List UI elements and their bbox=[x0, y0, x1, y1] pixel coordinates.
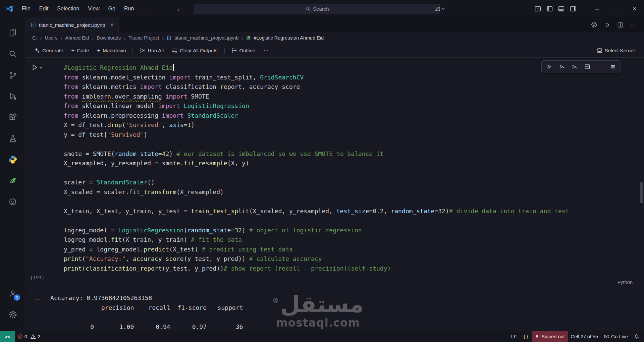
eol-indicator[interactable]: LF bbox=[508, 331, 520, 342]
code-line[interactable]: from sklearn.metrics import classificati… bbox=[64, 82, 637, 92]
code-line[interactable] bbox=[64, 197, 637, 207]
signed-out-status[interactable]: Signed out bbox=[532, 331, 568, 342]
add-markdown-button[interactable]: + Markdown bbox=[94, 46, 129, 56]
problems-indicator[interactable]: 0 2 bbox=[15, 331, 43, 342]
clear-all-outputs-button[interactable]: Clear All Outputs bbox=[168, 46, 221, 55]
leaf-icon[interactable] bbox=[5, 173, 21, 189]
scrollbar-thumb[interactable] bbox=[640, 182, 643, 203]
outline-button[interactable]: Outline bbox=[228, 46, 259, 55]
split-cell-icon[interactable] bbox=[581, 62, 593, 72]
run-dropdown-chevron-icon[interactable] bbox=[39, 66, 43, 70]
run-above-icon[interactable] bbox=[556, 62, 568, 72]
code-line[interactable] bbox=[64, 168, 637, 178]
code-line[interactable]: logreg_model.fit(X_train, y_train) # fit… bbox=[64, 235, 637, 245]
menu-overflow[interactable]: ⋯ bbox=[139, 4, 152, 14]
run-debug-icon[interactable] bbox=[5, 88, 21, 104]
breadcrumb-item[interactable]: Titanic Project bbox=[128, 35, 159, 41]
go-live-button[interactable]: Go Live bbox=[601, 331, 631, 342]
code-line[interactable]: X_resampled, y_resampled = smote.fit_res… bbox=[64, 159, 637, 168]
menu-run[interactable]: Run bbox=[120, 4, 138, 13]
notifications-bell-icon[interactable] bbox=[631, 331, 644, 342]
code-cell[interactable]: #Logistic Regression Ahmed Eidfrom sklea… bbox=[25, 58, 644, 290]
extension-icon[interactable] bbox=[5, 194, 21, 210]
run-by-line-icon[interactable] bbox=[543, 62, 555, 72]
notebook-settings-gear-icon[interactable] bbox=[591, 21, 597, 28]
code-line[interactable]: X_train, X_test, y_train, y_test = train… bbox=[64, 207, 637, 216]
delete-cell-icon[interactable] bbox=[607, 62, 619, 72]
menu-go[interactable]: Go bbox=[105, 4, 119, 13]
clear-outputs-icon bbox=[172, 48, 177, 53]
cell-code-editor[interactable]: #Logistic Regression Ahmed Eidfrom sklea… bbox=[64, 63, 637, 273]
source-control-icon[interactable] bbox=[5, 67, 21, 83]
code-token: (y_test, y_pred)) bbox=[162, 265, 224, 272]
search-sidebar-icon[interactable] bbox=[5, 46, 21, 62]
code-token: ] bbox=[144, 131, 147, 138]
braces-icon[interactable]: {} bbox=[520, 331, 532, 342]
run-cell-icon[interactable] bbox=[31, 64, 38, 71]
menu-edit[interactable]: Edit bbox=[36, 4, 52, 13]
code-token: sklearn.metrics bbox=[78, 83, 140, 90]
tab-titanic-notebook[interactable]: titanic_machine_project.ipynb × bbox=[25, 17, 119, 32]
extensions-icon[interactable] bbox=[5, 109, 21, 125]
code-line[interactable]: X = df_test.drop('Survived', axis=1) bbox=[64, 120, 637, 130]
add-code-button[interactable]: + Code bbox=[68, 46, 93, 56]
run-icon[interactable] bbox=[604, 22, 610, 28]
code-line[interactable]: smote = SMOTE(random_state=42) # our dat… bbox=[64, 149, 637, 159]
breadcrumb-separator: › bbox=[40, 35, 42, 41]
editor-more-actions-icon[interactable]: ⋯ bbox=[630, 22, 636, 28]
select-kernel-button[interactable]: Select Kernel bbox=[593, 46, 638, 55]
remote-indicator[interactable]: >< bbox=[0, 331, 15, 342]
code-line[interactable]: y = df_test['Survived'] bbox=[64, 130, 637, 140]
explorer-icon[interactable] bbox=[5, 25, 21, 41]
code-line[interactable]: X_scaled = scaler.fit_transform(X_resamp… bbox=[64, 187, 637, 197]
generate-button[interactable]: Generate bbox=[31, 46, 67, 55]
settings-gear-icon[interactable] bbox=[5, 306, 21, 323]
execution-count: [193] bbox=[30, 275, 44, 280]
code-line[interactable]: from sklearn.preprocessing import Standa… bbox=[64, 111, 637, 121]
back-arrow-icon[interactable]: ← bbox=[176, 5, 183, 13]
python-icon[interactable] bbox=[5, 152, 21, 168]
breadcrumb-item[interactable]: Users bbox=[45, 35, 58, 41]
cell-position-indicator[interactable]: Cell 27 of 55 bbox=[568, 331, 601, 342]
breadcrumb-item-symbol[interactable]: #Logistic Regression Ahmed Eid bbox=[254, 35, 324, 41]
menu-file[interactable]: File bbox=[18, 4, 34, 13]
toggle-secondary-sidebar-icon[interactable] bbox=[570, 6, 576, 12]
code-line[interactable]: y_pred = logreg_model.predict(X_test) # … bbox=[64, 245, 637, 254]
close-button[interactable]: × bbox=[625, 0, 644, 17]
code-line[interactable]: scaler = StandardScaler() bbox=[64, 178, 637, 187]
cell-language-picker[interactable]: Python bbox=[618, 280, 633, 285]
run-below-icon[interactable] bbox=[569, 62, 581, 72]
breadcrumb-item[interactable]: C: bbox=[32, 35, 37, 41]
cell-more-actions-icon[interactable]: ⋯ bbox=[594, 62, 606, 72]
command-center-extra[interactable] bbox=[434, 4, 445, 14]
run-all-button[interactable]: Run All bbox=[136, 46, 167, 55]
testing-icon[interactable] bbox=[5, 130, 21, 147]
code-line[interactable]: from sklearn.model_selection import trai… bbox=[64, 73, 637, 82]
code-line[interactable] bbox=[64, 139, 637, 149]
accounts-icon[interactable]: 1 bbox=[5, 285, 21, 301]
code-line[interactable] bbox=[64, 216, 637, 226]
maximize-button[interactable] bbox=[606, 0, 625, 17]
split-editor-icon[interactable] bbox=[617, 22, 624, 28]
menu-view[interactable]: View bbox=[84, 4, 103, 13]
breadcrumb-item[interactable]: Ahmed Eid bbox=[65, 35, 89, 41]
code-token: import bbox=[165, 93, 187, 100]
breadcrumb-item[interactable]: Downloads bbox=[97, 35, 121, 41]
menu-selection[interactable]: Selection bbox=[53, 4, 83, 13]
customize-layout-icon[interactable] bbox=[535, 6, 541, 12]
search-input[interactable]: Search bbox=[194, 4, 440, 14]
code-line[interactable]: logreg_model = LogisticRegression(random… bbox=[64, 226, 637, 235]
code-line[interactable]: print("Accuracy:", accuracy_score(y_test… bbox=[64, 254, 637, 264]
vscode-logo-icon bbox=[5, 5, 13, 13]
toggle-primary-sidebar-icon[interactable] bbox=[546, 6, 553, 12]
toggle-panel-icon[interactable] bbox=[558, 6, 565, 12]
code-line[interactable]: print(classification_report(y_test, y_pr… bbox=[64, 264, 637, 274]
code-line[interactable]: from sklearn.linear_model import Logisti… bbox=[64, 101, 637, 111]
output-options-icon[interactable]: ⋯ bbox=[34, 296, 40, 303]
minimize-button[interactable]: – bbox=[588, 0, 606, 17]
code-line[interactable]: from imblearn.over_sampling import SMOTE bbox=[64, 92, 637, 102]
toolbar-more-icon[interactable]: ⋯ bbox=[260, 46, 272, 55]
tab-close-icon[interactable]: × bbox=[110, 21, 114, 28]
code-token bbox=[78, 93, 82, 100]
breadcrumb-item-file[interactable]: titanic_machine_project.ipynb bbox=[174, 35, 238, 41]
